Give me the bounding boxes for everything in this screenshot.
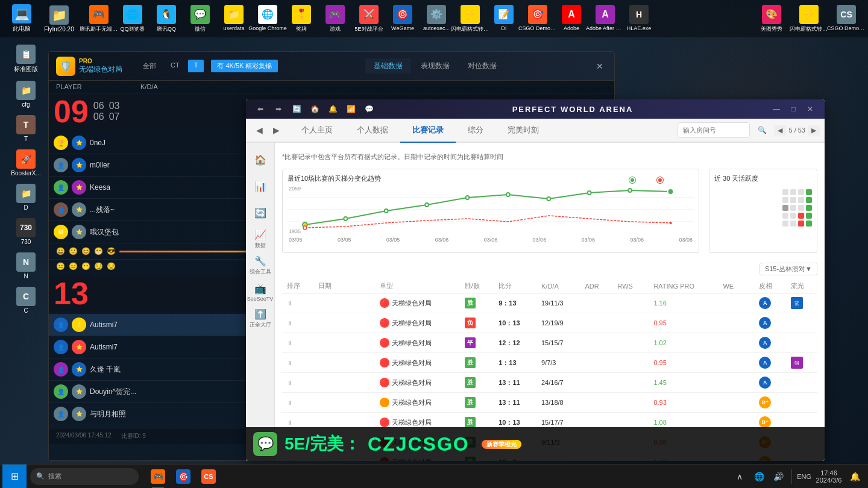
app-hlae[interactable]: H HLAE.exe bbox=[623, 2, 655, 36]
icon-c[interactable]: C C bbox=[5, 284, 47, 316]
minimize-btn[interactable]: — bbox=[769, 103, 784, 115]
taskbar-app-cs[interactable]: CS bbox=[197, 465, 221, 489]
icon-cfg[interactable]: 📁 cfg bbox=[5, 78, 47, 110]
tab-ct[interactable]: CT bbox=[165, 60, 186, 72]
type-5: 🟠天梯绿色对局 bbox=[375, 393, 459, 413]
rating-legend-label: Rating Pro bbox=[665, 177, 694, 183]
app-jiangpai[interactable]: 🎖️ 奖牌 bbox=[286, 2, 317, 36]
home-btn[interactable]: 🏠 bbox=[307, 103, 322, 115]
th-type: 单型 bbox=[375, 279, 459, 293]
player-avatar-t2-3: 👤 bbox=[54, 384, 68, 399]
maximize-btn[interactable]: □ bbox=[786, 103, 800, 115]
th-rating: RATING PRO bbox=[649, 279, 718, 293]
start-btn[interactable]: ⊞ bbox=[2, 465, 27, 489]
tab-all[interactable]: 全部 bbox=[137, 60, 162, 72]
tray-sound[interactable]: 🔊 bbox=[770, 468, 787, 485]
taskbar-app-1[interactable]: 🎯 bbox=[171, 465, 195, 489]
app-5e[interactable]: ⚔️ 5E对战平台 bbox=[353, 2, 385, 36]
nav-tab-data[interactable]: 个人数据 bbox=[345, 119, 400, 143]
next-page-btn[interactable]: ▶ bbox=[808, 125, 820, 136]
icon-730[interactable]: 730 730 bbox=[5, 216, 47, 248]
app-csgo[interactable]: 🎯 CSGO Demos... bbox=[522, 2, 553, 36]
sidebar-btn-tv[interactable]: 📺 SeeSeeTV bbox=[248, 280, 272, 304]
app-di[interactable]: 📝 DI bbox=[488, 2, 520, 36]
app-youxi[interactable]: 🎮 游戏 bbox=[319, 2, 351, 36]
sub-filter-tabs: 基础数据 表现数据 对位数据 bbox=[365, 58, 505, 74]
match-row-4[interactable]: ⏸ Ⅲ 03/06 15:14 🔴天梯绿色对局 胜 13：11 24/16/7 … bbox=[282, 373, 817, 393]
nav-fwd-btn[interactable]: ▶ bbox=[268, 122, 285, 139]
tray-chevron[interactable]: ∧ bbox=[731, 468, 748, 485]
signal-btn[interactable]: 📶 bbox=[344, 103, 358, 115]
app-shandian1[interactable]: ⚡ 闪电霸格式转换器 bbox=[454, 2, 486, 36]
taskbar-search[interactable]: 🔍 搜索 bbox=[30, 468, 139, 485]
arena-search-input[interactable] bbox=[678, 122, 750, 138]
app-ae[interactable]: A Adobe After Effects bbox=[590, 2, 621, 36]
icon-boosterx[interactable]: 🚀 BoosterX... bbox=[5, 147, 47, 179]
sidebar-btn-data[interactable]: 📈 数据 bbox=[248, 227, 272, 251]
nav-tab-score[interactable]: 综分 bbox=[456, 119, 495, 143]
tab-t[interactable]: T bbox=[188, 60, 204, 72]
app-wechat[interactable]: 💬 微信 bbox=[184, 2, 216, 36]
app-wegame[interactable]: 🎯 WeGame bbox=[387, 2, 418, 36]
act-dot-active bbox=[806, 205, 812, 211]
app-adobe[interactable]: A Adobe bbox=[556, 2, 587, 36]
nav-tab-moments[interactable]: 完美时刻 bbox=[495, 119, 551, 143]
icon-n[interactable]: N N bbox=[5, 250, 47, 282]
nav-tab-home[interactable]: 个人主页 bbox=[289, 119, 345, 143]
sidebar-label-tv: SeeSeeTV bbox=[247, 296, 274, 302]
act-dot-active bbox=[806, 221, 812, 227]
sidebar-btn-home[interactable]: 🏠 bbox=[248, 148, 272, 172]
icon-biaozhuntubao[interactable]: 📋 标准图版 bbox=[5, 42, 47, 76]
subtab-basic[interactable]: 基础数据 bbox=[365, 58, 411, 74]
pause-3: ⏸ bbox=[287, 360, 293, 366]
desktop-icon-flyint[interactable]: 📁 FlyInt20.20 bbox=[42, 3, 76, 35]
app-tengxun-zhushou[interactable]: 🎮 腾讯助手无端碰版 bbox=[83, 2, 115, 36]
back-btn[interactable]: ⬅ bbox=[253, 103, 268, 115]
match-row-1[interactable]: ⏸ Ⅲ 03/06 17:10 🔴天梯绿色对局 负 10：13 12/19/9 … bbox=[282, 313, 817, 333]
sidebar-btn-hall[interactable]: ⬆️ 正全大厅 bbox=[248, 307, 272, 331]
match-row-5[interactable]: ⏸ Ⅲ 03/06 14:28 🟠天梯绿色对局 胜 13：11 13/18/8 … bbox=[282, 393, 817, 413]
icon-t[interactable]: T T bbox=[5, 113, 47, 145]
subtab-performance[interactable]: 表现数据 bbox=[412, 58, 458, 74]
tab-4k5k[interactable]: 有 4K/5K 精彩集锦 bbox=[211, 60, 278, 72]
msg-btn[interactable]: 💬 bbox=[362, 103, 376, 115]
app-shandian-right[interactable]: ⚡ 闪电霸格式转换器 bbox=[792, 2, 826, 36]
sidebar-btn-tools[interactable]: 🔧 综合工具 bbox=[248, 254, 272, 278]
match-row-2[interactable]: ⏸ Ⅲ 03/06 16:22 🔴天梯绿色对局 平 12：12 15/15/7 … bbox=[282, 333, 817, 353]
tray-notification[interactable]: 🔔 bbox=[846, 468, 863, 485]
app-csgo-demos-right[interactable]: CS CSGO Demos... bbox=[829, 2, 863, 36]
fwd-btn[interactable]: ➡ bbox=[271, 103, 286, 115]
match-row-3[interactable]: ⏸ Ⅲ 03/06 15:45 🔴天梯绿色对局 胜 1：13 9/7/3 65 … bbox=[282, 353, 817, 373]
search-icon[interactable]: 🔍 bbox=[755, 123, 769, 137]
arena-title: PERFECT WORLD ARENA bbox=[381, 105, 764, 114]
pause-1: ⏸ bbox=[287, 320, 293, 327]
bell-btn[interactable]: 🔔 bbox=[326, 103, 340, 115]
act-dot bbox=[782, 189, 788, 195]
subtab-matchup[interactable]: 对位数据 bbox=[459, 58, 505, 74]
desktop-icon-diannao[interactable]: 💻 此电脑 bbox=[5, 2, 39, 36]
app-userdata[interactable]: 📁 userdata bbox=[218, 2, 250, 36]
app-chrome[interactable]: 🌐 Google Chrome bbox=[252, 2, 283, 36]
nav-back-btn[interactable]: ◀ bbox=[251, 122, 268, 139]
app-meitu-right[interactable]: 🎨 美图秀秀 bbox=[755, 2, 788, 36]
date-3: 03/06 15:45 bbox=[313, 353, 375, 373]
app-autoexec[interactable]: ⚙️ autoexec... bbox=[421, 2, 452, 36]
match-row-0[interactable]: ⏸ Ⅲ 03/06 17:45 🔴天梯绿色对局 胜 9：13 19/11/3 8… bbox=[282, 293, 817, 313]
app-qq-browser[interactable]: 🌐 QQ浏览器 bbox=[117, 2, 148, 36]
we-3: 9.18 bbox=[718, 353, 754, 373]
sidebar-btn-refresh[interactable]: 🔄 bbox=[248, 201, 272, 225]
app-icon-cs: CS bbox=[201, 469, 216, 484]
refresh-btn[interactable]: 🔄 bbox=[289, 103, 304, 115]
prev-page-btn[interactable]: ◀ bbox=[774, 125, 786, 136]
nav-tab-matches[interactable]: 比赛记录 bbox=[400, 119, 456, 143]
app-qq[interactable]: 🐧 腾讯QQ bbox=[151, 2, 182, 36]
game-window-close-btn[interactable]: ✕ bbox=[593, 59, 607, 74]
sidebar-btn-stats[interactable]: 📊 bbox=[248, 174, 272, 198]
tray-network[interactable]: 🌐 bbox=[750, 468, 767, 485]
taskbar-left: ⊞ 🔍 搜索 bbox=[0, 465, 141, 489]
icon-d[interactable]: 📁 D bbox=[5, 181, 47, 213]
taskbar-app-0[interactable]: 🎮 bbox=[146, 465, 170, 489]
player-rank-badge-t2-4: ⭐ bbox=[72, 407, 86, 421]
arena-close-btn[interactable]: ✕ bbox=[803, 103, 817, 115]
season-selector[interactable]: S15-丛林溃对▼ bbox=[760, 263, 817, 275]
